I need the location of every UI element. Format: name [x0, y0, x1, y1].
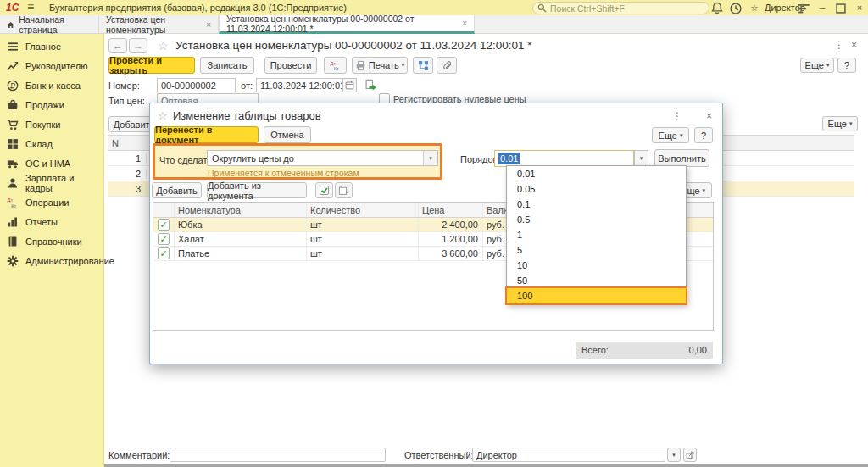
- dropdown-option[interactable]: 0.1: [507, 197, 686, 212]
- tab-close-icon[interactable]: ×: [206, 20, 211, 30]
- global-search-input[interactable]: Поиск Ctrl+Shift+F: [532, 2, 709, 14]
- sidebar-item-label: Продажи: [25, 100, 64, 110]
- svg-text:Дт: Дт: [331, 60, 337, 65]
- dialog-more-label: Еще: [659, 131, 677, 141]
- close-document-icon[interactable]: ×: [851, 40, 857, 50]
- sidebar-item-label: Руководителю: [25, 61, 87, 71]
- uncheck-all-button[interactable]: [335, 182, 353, 198]
- sidebar-item-os-i-nma[interactable]: ОС и НМА: [0, 153, 103, 173]
- dropdown-option[interactable]: 0.5: [507, 212, 686, 227]
- main-menu-icon[interactable]: ≡: [27, 0, 34, 14]
- sidebar-item-icon: [7, 138, 19, 150]
- caret-down-icon: ▾: [826, 62, 830, 69]
- sidebar-item-zarplata-i-kadry[interactable]: Зарплата и кадры: [0, 173, 103, 192]
- comment-input[interactable]: [170, 448, 386, 462]
- dropdown-option[interactable]: 1: [507, 227, 686, 242]
- calendar-button[interactable]: [342, 78, 357, 92]
- tab-price-doc-label: Установка цен номенклатуры 00-00000002 о…: [226, 14, 458, 34]
- paperclip-icon: [442, 60, 453, 71]
- add-from-document-button[interactable]: Добавить из документа: [207, 182, 307, 198]
- sidebar-item-icon: [7, 119, 19, 131]
- post-button[interactable]: Провести: [264, 57, 317, 74]
- responsible-dropdown-button[interactable]: ▾: [667, 448, 681, 462]
- favorite-star-icon[interactable]: ☆: [158, 39, 169, 53]
- dropdown-option[interactable]: 10: [507, 258, 686, 273]
- row-checkbox[interactable]: ✓: [153, 247, 175, 260]
- post-label: Провести: [270, 60, 312, 70]
- search-icon: [537, 3, 547, 13]
- dialog-favorite-star-icon[interactable]: ☆: [158, 109, 168, 122]
- responsible-field[interactable]: Директор: [472, 448, 665, 462]
- forward-icon: →: [133, 41, 143, 51]
- action-select-arrow[interactable]: ▾: [423, 151, 437, 165]
- dialog-add-button[interactable]: Добавить: [152, 182, 202, 198]
- post-and-close-button[interactable]: Провести и закрыть: [108, 57, 195, 74]
- sidebar-item-bank-i-kassa[interactable]: Р Банк и касса: [0, 75, 103, 95]
- tab-home[interactable]: Начальная страница: [0, 15, 99, 34]
- row-checkbox[interactable]: ✓: [153, 232, 175, 246]
- save-button[interactable]: Записать: [200, 57, 254, 74]
- structure-button[interactable]: [413, 57, 433, 74]
- col-nomenclature-header: Номенклатура: [175, 203, 307, 217]
- dropdown-option[interactable]: 0.01: [507, 166, 686, 181]
- more-dots-icon[interactable]: ⋮: [834, 40, 844, 50]
- sidebar-item-spravochniki[interactable]: Справочники: [0, 231, 103, 251]
- dropdown-option[interactable]: 0.05: [507, 181, 686, 197]
- dialog-help-button[interactable]: ?: [694, 127, 713, 143]
- sidebar-item-label: Банк и касса: [25, 81, 81, 91]
- order-dropdown-button[interactable]: ▾: [634, 150, 648, 167]
- sidebar-item-otchety[interactable]: Отчеты: [0, 212, 103, 231]
- check-all-button[interactable]: [315, 182, 333, 198]
- sidebar-item-operacii[interactable]: ДтКт Операции: [0, 192, 103, 212]
- row-checkbox[interactable]: ✓: [153, 218, 175, 231]
- print-button[interactable]: Печать ▾: [352, 57, 408, 74]
- responsible-open-button[interactable]: [683, 448, 697, 462]
- cancel-button[interactable]: Отмена: [264, 126, 311, 143]
- order-input[interactable]: 0.01: [494, 150, 634, 167]
- execute-button[interactable]: Выполнить: [654, 149, 709, 167]
- tab-price-list[interactable]: Установка цен номенклатуры ×: [99, 15, 219, 34]
- action-select[interactable]: Округлить цены до ▾: [207, 150, 438, 166]
- date-field[interactable]: 11.03.2024 12:00:01: [256, 78, 342, 92]
- notifications-bell-icon[interactable]: [710, 2, 724, 14]
- sidebar-item-icon: [7, 158, 19, 170]
- attachments-button[interactable]: [437, 57, 457, 74]
- number-field[interactable]: 00-00000002: [157, 78, 236, 92]
- dropdown-option[interactable]: 5: [507, 242, 686, 258]
- row-nomenclature: Юбка: [175, 218, 307, 231]
- maximize-window-icon[interactable]: [834, 2, 848, 14]
- history-icon[interactable]: [729, 2, 743, 14]
- sidebar-item-prodazhi[interactable]: Продажи: [0, 95, 103, 114]
- tab-close-icon[interactable]: ×: [462, 19, 467, 28]
- sidebar-item-rukovoditelyu[interactable]: Руководителю: [0, 56, 103, 75]
- back-button[interactable]: ←: [108, 38, 127, 53]
- dtkt-button[interactable]: ДтКт: [324, 57, 347, 74]
- tab-price-doc[interactable]: Установка цен номенклатуры 00-00000002 о…: [219, 15, 475, 34]
- document-title: Установка цен номенклатуры 00-00000002 о…: [175, 39, 531, 52]
- order-dropdown-list: 0.010.050.10.5151050100: [506, 165, 687, 304]
- view-settings-icon[interactable]: [797, 2, 810, 14]
- sidebar-item-sklad[interactable]: Склад: [0, 134, 103, 153]
- post-and-close-label: Провести и закрыть: [109, 55, 194, 75]
- minimize-window-icon[interactable]: –: [815, 2, 829, 14]
- print-label: Печать: [369, 60, 399, 70]
- svg-text:Дт: Дт: [8, 197, 14, 203]
- dialog-dots-icon[interactable]: ⋮: [672, 111, 682, 121]
- favorites-star-icon[interactable]: ☆: [748, 2, 761, 14]
- close-window-icon[interactable]: ×: [853, 2, 866, 14]
- transfer-to-document-button[interactable]: Перенести в документ: [154, 126, 259, 143]
- doc-table-more-button[interactable]: Еще▾: [822, 116, 858, 131]
- dropdown-option[interactable]: 100: [507, 288, 686, 303]
- help-button[interactable]: ?: [837, 58, 856, 73]
- sidebar-item-pokupki[interactable]: Покупки: [0, 114, 103, 134]
- sidebar-item-administrirovanie[interactable]: Администрирование: [0, 251, 103, 270]
- tab-price-list-label: Установка цен номенклатуры: [106, 14, 202, 35]
- action-hint: Применяется к отмеченным строкам: [208, 168, 359, 178]
- dropdown-option[interactable]: 50: [507, 273, 686, 288]
- dialog-close-icon[interactable]: ×: [706, 111, 712, 121]
- document-more-button[interactable]: Еще▾: [800, 58, 834, 73]
- sidebar-item-glavnoe[interactable]: Главное: [0, 36, 103, 56]
- dialog-more-button[interactable]: Еще▾: [652, 127, 689, 143]
- forward-button[interactable]: →: [129, 38, 147, 53]
- sidebar-item-icon: Р: [7, 80, 19, 92]
